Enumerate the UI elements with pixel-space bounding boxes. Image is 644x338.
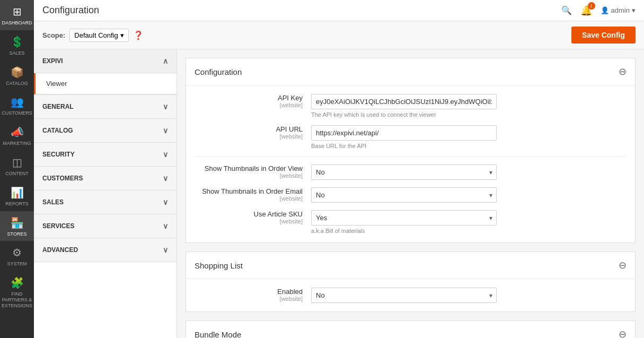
shopping-list-body: Enabled [website] NoYes ▾ (186, 279, 635, 311)
nav-section-header-services[interactable]: SERVICES ∨ (34, 214, 177, 238)
admin-user-menu[interactable]: 👤 admin ▾ (601, 6, 636, 14)
nav-section-header-customers[interactable]: CUSTOMERS ∨ (34, 167, 177, 190)
customers-icon: 👥 (11, 96, 24, 108)
nav-section-header-catalog[interactable]: CATALOG ∨ (34, 119, 177, 142)
shopping-list-title: Shopping List (195, 261, 243, 270)
scope-select[interactable]: Default Config ▾ (69, 29, 128, 42)
select-wrap-enabled: NoYes ▾ (311, 288, 497, 303)
select-wrap-use_article_sku: NoYes ▾ (311, 210, 497, 226)
search-icon[interactable]: 🔍 (561, 5, 572, 15)
nav-section-chevron-customers: ∨ (163, 174, 168, 183)
nav-section-header-general[interactable]: GENERAL ∨ (34, 95, 177, 118)
admin-chevron-icon: ▾ (632, 6, 636, 14)
top-header: Configuration 🔍 🔔 1 👤 admin ▾ (34, 0, 644, 21)
nav-section-header-sales[interactable]: SALES ∨ (34, 190, 177, 214)
sidebar-item-content[interactable]: ◫ CONTENT (0, 151, 34, 181)
nav-section-chevron-advanced: ∨ (163, 246, 168, 254)
nav-section-chevron-catalog: ∨ (163, 126, 168, 135)
field-scope-show_thumbs_email: [website] (195, 195, 303, 202)
input-col-show_thumbs_email: NoYes ▾ (311, 187, 627, 203)
input-col-api_url: Base URL for the API (311, 125, 627, 149)
help-icon[interactable]: ❓ (133, 30, 144, 40)
nav-section-chevron-sales: ∨ (163, 198, 168, 206)
dashboard-icon: ⊞ (13, 5, 22, 18)
field-label-show_thumbs_email: Show Thumbnails in Order Email (195, 187, 303, 195)
input-col-api_key: The API key which is used to connect the… (311, 94, 627, 118)
configuration-body: API Key [website] The API key which is u… (186, 85, 635, 242)
nav-sections: GENERAL ∨ CATALOG ∨ SECURITY ∨ CUSTOMERS… (34, 95, 177, 262)
input-col-enabled: NoYes ▾ (311, 288, 627, 303)
nav-section-general: GENERAL ∨ (34, 95, 177, 119)
sidebar-item-reports[interactable]: 📊 REPORTS (0, 181, 34, 211)
sidebar: ⊞ DASHBOARD💲 SALES📦 CATALOG👥 CuSTOMERS📣 … (0, 0, 34, 338)
form-row-enabled: Enabled [website] NoYes ▾ (195, 288, 627, 303)
hint-use_article_sku: a.k.a Bill of materials (311, 228, 627, 234)
notification-bell[interactable]: 🔔 1 (580, 5, 592, 16)
configuration-section: Configuration ⊖ API Key [website] The AP… (186, 58, 636, 243)
hint-api_url: Base URL for the API (311, 143, 627, 149)
nav-section-header-security[interactable]: SECURITY ∨ (34, 143, 177, 166)
sidebar-item-stores[interactable]: 🏪 STORES (0, 211, 34, 241)
shopping-list-header: Shopping List ⊖ (186, 252, 635, 279)
save-config-button[interactable]: Save Config (571, 27, 636, 44)
bundle-mode-collapse-icon[interactable]: ⊖ (619, 328, 627, 338)
divider-after-api-url (195, 157, 627, 157)
nav-section-chevron-services: ∨ (163, 222, 168, 230)
sidebar-item-label-catalog: CATALOG (6, 81, 28, 86)
expivi-header[interactable]: EXPIVI ∧ (34, 49, 177, 73)
form-row-show_thumbs_order: Show Thumbnails in Order View [website] … (195, 164, 627, 180)
sidebar-item-customers[interactable]: 👥 CuSTOMERS (0, 90, 34, 120)
bundle-mode-title: Bundle Mode (195, 330, 241, 339)
select-wrap-show_thumbs_email: NoYes ▾ (311, 187, 497, 203)
nav-section-label-sales: SALES (42, 198, 64, 206)
input-api_url[interactable] (311, 125, 497, 141)
sidebar-item-dashboard[interactable]: ⊞ DASHBOARD (0, 0, 34, 30)
configuration-section-title: Configuration (195, 67, 242, 76)
system-icon: ⚙ (12, 246, 22, 259)
nav-section-label-catalog: CATALOG (42, 127, 73, 134)
nav-section-chevron-general: ∨ (163, 102, 168, 111)
label-col-enabled: Enabled [website] (195, 288, 311, 302)
shopping-list-collapse-icon[interactable]: ⊖ (619, 259, 627, 271)
label-col-use_article_sku: Use Article SKU [website] (195, 210, 311, 224)
sidebar-item-marketing[interactable]: 📣 MARKETING (0, 120, 34, 151)
select-enabled[interactable]: NoYes (311, 288, 497, 303)
configuration-collapse-icon[interactable]: ⊖ (619, 66, 627, 77)
page-title-bar: Configuration (42, 5, 99, 16)
viewer-item[interactable]: Viewer (34, 73, 177, 94)
stores-icon: 🏪 (11, 216, 24, 229)
nav-section-catalog: CATALOG ∨ (34, 119, 177, 143)
nav-section-security: SECURITY ∨ (34, 143, 177, 167)
select-show_thumbs_order[interactable]: NoYes (311, 164, 497, 180)
sidebar-item-label-content: CONTENT (5, 171, 29, 177)
sidebar-item-label-marketing: MARKETING (3, 141, 31, 146)
input-api_key[interactable] (311, 94, 497, 109)
catalog-icon: 📦 (11, 66, 24, 79)
label-col-api_url: API URL [website] (195, 125, 311, 140)
nav-section-label-advanced: ADVANCED (42, 246, 78, 254)
sidebar-item-sales[interactable]: 💲 SALES (0, 30, 34, 60)
select-show_thumbs_email[interactable]: NoYes (311, 187, 497, 203)
nav-section-advanced: ADVANCED ∨ (34, 238, 177, 262)
scope-value: Default Config (74, 31, 118, 39)
sidebar-item-system[interactable]: ⚙ SYSTEM (0, 241, 34, 271)
marketing-icon: 📣 (11, 126, 24, 138)
form-row-api_url: API URL [website] Base URL for the API (195, 125, 627, 149)
select-use_article_sku[interactable]: NoYes (311, 210, 497, 226)
sidebar-item-partners[interactable]: 🧩 FIND PARTNERS & EXTENSIONS (0, 271, 34, 313)
label-col-show_thumbs_order: Show Thumbnails in Order View [website] (195, 164, 311, 179)
sidebar-item-catalog[interactable]: 📦 CATALOG (0, 60, 34, 91)
field-scope-enabled: [website] (195, 296, 303, 302)
sidebar-item-label-dashboard: DASHBOARD (2, 20, 32, 26)
sidebar-item-label-customers: CuSTOMERS (2, 110, 32, 116)
partners-icon: 🧩 (11, 276, 24, 289)
left-panel: EXPIVI ∧ Viewer GENERAL ∨ CATALOG ∨ SECU… (34, 49, 177, 338)
field-label-show_thumbs_order: Show Thumbnails in Order View (195, 164, 303, 172)
label-col-show_thumbs_email: Show Thumbnails in Order Email [website] (195, 187, 311, 202)
form-row-use_article_sku: Use Article SKU [website] NoYes ▾ a.k.a … (195, 210, 627, 234)
field-label-api_key: API Key (195, 94, 303, 102)
nav-section-header-advanced[interactable]: ADVANCED ∨ (34, 238, 177, 262)
expivi-label: EXPIVI (42, 57, 63, 65)
hint-api_key: The API key which is used to connect the… (311, 111, 627, 118)
main-content: Configuration 🔍 🔔 1 👤 admin ▾ Scope: Def… (34, 0, 644, 338)
